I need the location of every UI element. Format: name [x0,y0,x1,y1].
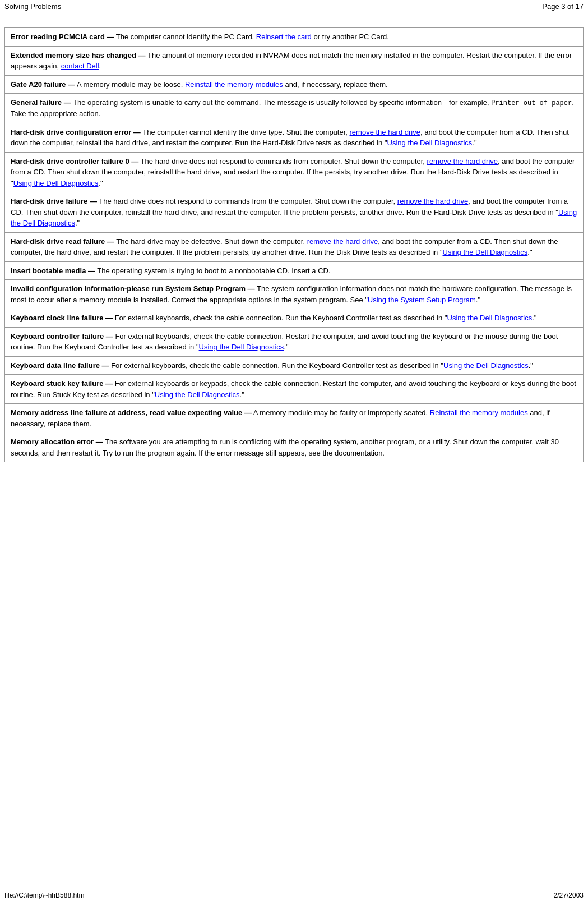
link-hard-disk-controller-1[interactable]: remove the hard drive [427,157,498,165]
entry-keyboard-clock: Keyboard clock line failure — For extern… [4,309,584,327]
entry-term-gate-a20: Gate A20 failure — [11,80,75,89]
footer-path: file://C:\temp\~hhB588.htm [4,891,84,899]
entry-text-hard-disk-failure: Hard-disk drive failure — The hard drive… [11,196,577,229]
entry-memory-address: Memory address line failure at address, … [4,403,584,433]
entry-insert-bootable: Insert bootable media — The operating sy… [4,261,584,280]
link-memory-address-1[interactable]: Reinstall the memory modules [430,408,528,417]
entry-text-keyboard-clock: Keyboard clock line failure — For extern… [11,312,577,324]
link-hard-disk-failure-2[interactable]: Using the Dell Diagnostics [11,208,577,228]
entry-term-memory-allocation: Memory allocation error — [11,438,103,446]
footer-date: 2/27/2003 [554,891,584,899]
entry-term-keyboard-clock: Keyboard clock line failure — [11,314,113,322]
link-hard-disk-controller-2[interactable]: Using the Dell Diagnostics [13,179,99,187]
link-hard-disk-read-2[interactable]: Using the Dell Diagnostics [443,248,528,256]
entry-memory-allocation: Memory allocation error — The software y… [4,433,584,462]
entry-text-hard-disk-read: Hard-disk drive read failure — The hard … [11,236,577,258]
entry-hard-disk-read: Hard-disk drive read failure — The hard … [4,232,584,261]
link-hard-disk-config-2[interactable]: Using the Dell Diagnostics [387,139,473,147]
entry-term-keyboard-controller: Keyboard controller failure — [11,332,113,341]
link-keyboard-controller-1[interactable]: Using the Dell Diagnostics [199,343,284,351]
entry-text-general-failure: General failure — The operating system i… [11,97,577,119]
entry-text-gate-a20: Gate A20 failure — A memory module may b… [11,79,577,90]
entry-term-invalid-config: Invalid configuration information-please… [11,284,255,293]
entry-text-extended-memory: Extended memory size has changed — The a… [11,50,577,72]
entry-hard-disk-failure: Hard-disk drive failure — The hard drive… [4,192,584,232]
entry-text-hard-disk-controller: Hard-disk drive controller failure 0 — T… [11,156,577,189]
link-hard-disk-failure-1[interactable]: remove the hard drive [397,197,468,205]
entry-term-keyboard-data: Keyboard data line failure — [11,361,109,370]
entry-text-hard-disk-config: Hard-disk drive configuration error — Th… [11,127,577,149]
entry-term-keyboard-stuck: Keyboard stuck key failure — [11,379,113,388]
entry-general-failure: General failure — The operating system i… [4,93,584,123]
entry-keyboard-controller: Keyboard controller failure — For extern… [4,327,584,356]
entry-invalid-config: Invalid configuration information-please… [4,279,584,309]
entry-keyboard-data: Keyboard data line failure — For externa… [4,356,584,375]
link-hard-disk-config-1[interactable]: remove the hard drive [350,128,420,136]
entry-text-invalid-config: Invalid configuration information-please… [11,283,577,305]
page-title-left: Solving Problems [4,2,61,11]
entry-keyboard-stuck: Keyboard stuck key failure — For externa… [4,374,584,403]
main-content: Error reading PCMCIA card — The computer… [0,13,588,496]
entry-term-extended-memory: Extended memory size has changed — [11,51,146,59]
entry-term-memory-address: Memory address line failure at address, … [11,408,252,417]
entry-text-memory-allocation: Memory allocation error — The software y… [11,436,577,458]
entry-text-keyboard-data: Keyboard data line failure — For externa… [11,360,577,371]
link-hard-disk-read-1[interactable]: remove the hard drive [307,237,378,246]
link-error-reading-pcmcia-1[interactable]: Reinsert the card [256,33,312,41]
entry-term-error-reading-pcmcia: Error reading PCMCIA card — [11,33,114,41]
link-keyboard-stuck-1[interactable]: Using the Dell Diagnostics [155,390,240,399]
entry-text-memory-address: Memory address line failure at address, … [11,407,577,429]
entry-hard-disk-config: Hard-disk drive configuration error — Th… [4,123,584,152]
entry-extended-memory: Extended memory size has changed — The a… [4,46,584,75]
link-extended-memory-1[interactable]: contact Dell [61,62,99,70]
code-general-failure: Printer out of paper [491,99,572,107]
entry-term-hard-disk-read: Hard-disk drive read failure — [11,237,114,246]
link-gate-a20-1[interactable]: Reinstall the memory modules [185,80,283,89]
entry-text-insert-bootable: Insert bootable media — The operating sy… [11,265,577,277]
entry-term-general-failure: General failure — [11,98,71,107]
entry-term-hard-disk-config: Hard-disk drive configuration error — [11,128,141,136]
entry-term-hard-disk-failure: Hard-disk drive failure — [11,197,97,205]
page-number: Page 3 of 17 [542,2,584,11]
entries-container: Error reading PCMCIA card — The computer… [4,27,584,462]
entry-error-reading-pcmcia: Error reading PCMCIA card — The computer… [4,27,584,46]
entry-text-keyboard-controller: Keyboard controller failure — For extern… [11,331,577,353]
entry-text-keyboard-stuck: Keyboard stuck key failure — For externa… [11,378,577,400]
link-keyboard-data-1[interactable]: Using the Dell Diagnostics [443,361,529,370]
link-keyboard-clock-1[interactable]: Using the Dell Diagnostics [447,314,533,322]
entry-term-insert-bootable: Insert bootable media — [11,266,95,275]
entry-gate-a20: Gate A20 failure — A memory module may b… [4,75,584,94]
link-invalid-config-1[interactable]: Using the System Setup Program [368,296,476,304]
entry-text-error-reading-pcmcia: Error reading PCMCIA card — The computer… [11,31,577,43]
entry-term-hard-disk-controller: Hard-disk drive controller failure 0 — [11,157,138,165]
entry-hard-disk-controller: Hard-disk drive controller failure 0 — T… [4,152,584,192]
